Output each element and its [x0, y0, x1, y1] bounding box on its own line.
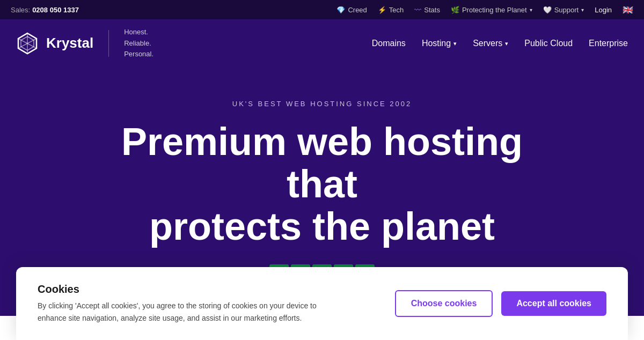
- cookie-title: Cookies: [38, 283, 379, 295]
- servers-arrow-icon: ▾: [505, 40, 508, 47]
- krystal-logo-icon: [16, 32, 39, 55]
- planet-icon: 🌿: [451, 6, 459, 14]
- nav-hosting[interactable]: Hosting ▾: [422, 39, 457, 48]
- language-flag[interactable]: 🇬🇧: [623, 5, 633, 15]
- top-nav-planet[interactable]: 🌿 Protecting the Planet: [451, 6, 532, 14]
- login-link[interactable]: Login: [595, 6, 612, 14]
- phone-number: 0208 050 1337: [32, 6, 79, 14]
- sales-info: Sales: 0208 050 1337: [11, 6, 79, 14]
- accept-all-cookies-button[interactable]: Accept all cookies: [501, 291, 606, 315]
- logo-area: Krystal Honest. Reliable. Personal.: [16, 27, 153, 60]
- support-icon: 🤍: [543, 6, 552, 14]
- top-nav-support[interactable]: 🤍 Support: [543, 6, 584, 14]
- logo-tagline: Honest. Reliable. Personal.: [124, 27, 153, 60]
- nav-servers[interactable]: Servers ▾: [473, 39, 508, 48]
- nav-domains[interactable]: Domains: [372, 39, 406, 48]
- sales-label: Sales:: [11, 6, 30, 14]
- cookie-buttons: Choose cookies Accept all cookies: [395, 290, 606, 315]
- tech-icon: ⚡: [378, 6, 386, 14]
- logo-divider: [108, 30, 109, 57]
- main-navbar: Krystal Honest. Reliable. Personal. Doma…: [0, 19, 644, 68]
- cookie-text-area: Cookies By clicking 'Accept all cookies'…: [38, 283, 379, 315]
- creed-icon: 💎: [336, 6, 345, 14]
- top-nav-creed[interactable]: 💎 Creed: [336, 6, 367, 14]
- hero-title: Premium web hosting that protects the pl…: [80, 121, 564, 248]
- logo-text: Krystal: [46, 35, 93, 51]
- top-bar: Sales: 0208 050 1337 💎 Creed ⚡ Tech 〰 St…: [0, 0, 644, 19]
- nav-public-cloud[interactable]: Public Cloud: [524, 39, 573, 48]
- main-nav-links: Domains Hosting ▾ Servers ▾ Public Cloud…: [372, 39, 628, 48]
- stats-icon: 〰: [414, 6, 421, 14]
- cookie-banner: Cookies By clicking 'Accept all cookies'…: [16, 267, 628, 315]
- cookie-description: By clicking 'Accept all cookies', you ag…: [38, 300, 317, 315]
- hero-subtitle: UK'S BEST WEB HOSTING SINCE 2002: [232, 100, 412, 108]
- hosting-arrow-icon: ▾: [453, 40, 457, 47]
- choose-cookies-button[interactable]: Choose cookies: [395, 290, 493, 315]
- top-nav-stats[interactable]: 〰 Stats: [414, 6, 440, 14]
- cookie-overlay: Cookies By clicking 'Accept all cookies'…: [0, 267, 644, 315]
- top-nav: 💎 Creed ⚡ Tech 〰 Stats 🌿 Protecting the …: [336, 5, 633, 15]
- nav-enterprise[interactable]: Enterprise: [589, 39, 628, 48]
- top-nav-tech[interactable]: ⚡ Tech: [378, 6, 404, 14]
